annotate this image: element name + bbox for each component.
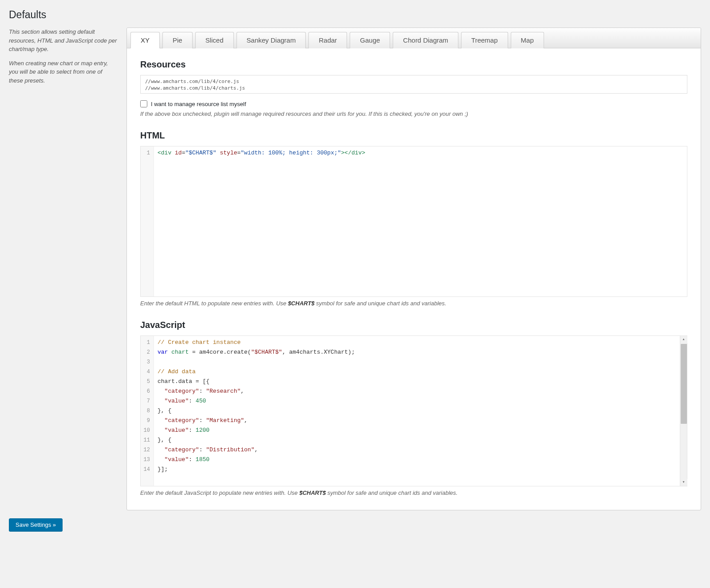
js-code-editor[interactable]: 1234567891011121314 // Create chart inst… bbox=[140, 335, 687, 486]
html-code-editor[interactable]: 1 <div id="$CHART$" style="width: 100%; … bbox=[140, 146, 687, 297]
tab-sliced[interactable]: Sliced bbox=[195, 32, 234, 48]
html-gutter: 1 bbox=[141, 146, 154, 296]
scroll-up-icon[interactable]: ▴ bbox=[680, 336, 687, 343]
tab-radar[interactable]: Radar bbox=[308, 32, 347, 48]
tab-chord-diagram[interactable]: Chord Diagram bbox=[393, 32, 458, 48]
js-code-body[interactable]: // Create chart instancevar chart = am4c… bbox=[154, 336, 687, 486]
main-panel: XYPieSlicedSankey DiagramRadarGaugeChord… bbox=[126, 28, 701, 510]
js-gutter: 1234567891011121314 bbox=[141, 336, 154, 486]
sidebar-intro-1: This section allows setting default reso… bbox=[9, 28, 118, 54]
page-title: Defaults bbox=[9, 9, 701, 21]
js-heading: JavaScript bbox=[140, 320, 687, 330]
html-hint: Enter the default HTML to populate new e… bbox=[140, 300, 687, 308]
tab-map[interactable]: Map bbox=[511, 32, 544, 48]
tab-treemap[interactable]: Treemap bbox=[461, 32, 508, 48]
resources-input[interactable] bbox=[140, 75, 687, 94]
sidebar-description: This section allows setting default reso… bbox=[9, 28, 118, 510]
tab-sankey-diagram[interactable]: Sankey Diagram bbox=[237, 32, 306, 48]
tab-gauge[interactable]: Gauge bbox=[350, 32, 390, 48]
tab-xy[interactable]: XY bbox=[130, 32, 160, 48]
tab-content-xy: Resources I want to manage resource list… bbox=[127, 48, 701, 510]
resources-heading: Resources bbox=[140, 59, 687, 70]
html-heading: HTML bbox=[140, 130, 687, 141]
html-code-body[interactable]: <div id="$CHART$" style="width: 100%; he… bbox=[154, 146, 687, 296]
sidebar-intro-2: When creating new chart or map entry, yo… bbox=[9, 59, 118, 85]
js-scrollbar[interactable]: ▴ ▾ bbox=[680, 336, 687, 486]
js-hint: Enter the default JavaScript to populate… bbox=[140, 489, 687, 497]
manage-resources-label: I want to manage resource list myself bbox=[151, 101, 246, 107]
manage-resources-checkbox[interactable] bbox=[140, 100, 147, 107]
save-settings-button[interactable]: Save Settings » bbox=[9, 518, 63, 531]
tab-pie[interactable]: Pie bbox=[162, 32, 193, 48]
scroll-thumb[interactable] bbox=[681, 344, 687, 424]
tabs-bar: XYPieSlicedSankey DiagramRadarGaugeChord… bbox=[127, 28, 701, 48]
resources-hint: If the above box unchecked, plugin will … bbox=[140, 110, 687, 118]
scroll-down-icon[interactable]: ▾ bbox=[680, 479, 687, 486]
